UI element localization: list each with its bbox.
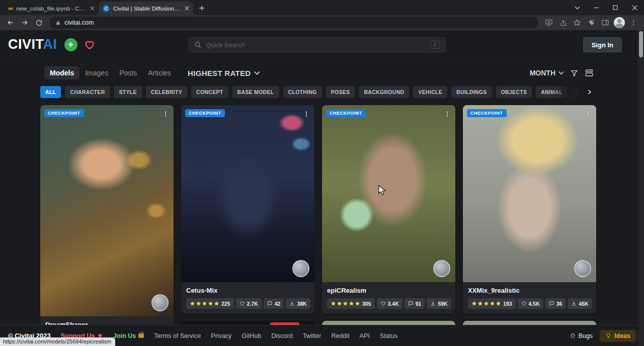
category-chip[interactable]: CELEBRITY [146, 86, 187, 98]
tab-title: Civitai | Stable Diffusion models, [113, 6, 181, 12]
card-menu-icon[interactable] [159, 108, 172, 120]
sign-in-button[interactable]: Sign In [583, 37, 622, 52]
download-icon [571, 301, 577, 306]
model-card-xxmix9realistic[interactable]: CHECKPOINT XXMix_9realistic 193 4.5K [463, 105, 596, 314]
browser-menu-icon[interactable] [627, 17, 640, 29]
grid-column: CHECKPOINT Cetus-Mix 225 2.7K [181, 105, 314, 346]
category-chip[interactable]: POSES [326, 86, 355, 98]
nav-right-controls: MONTH [530, 68, 594, 77]
category-chip[interactable]: OBJECTS [496, 86, 532, 98]
comments-count: 42 [275, 301, 281, 307]
footer-link-api[interactable]: API [360, 332, 370, 339]
bugs-label: Bugs [579, 332, 593, 339]
tab-images[interactable]: Images [79, 66, 114, 79]
tab-models[interactable]: Models [44, 66, 79, 79]
share-icon[interactable] [556, 17, 570, 29]
card-menu-icon[interactable] [582, 108, 594, 120]
civitai-favicon-icon: C [103, 5, 110, 12]
category-chip[interactable]: BUILDINGS [451, 86, 492, 98]
comments-pill: 42 [264, 298, 284, 309]
comments-count: 91 [416, 301, 422, 307]
model-card-cetus-mix[interactable]: CHECKPOINT Cetus-Mix 225 2.7K [181, 105, 314, 314]
category-chip[interactable]: BACKGROUND [359, 86, 409, 98]
ideas-button[interactable]: Ideas [600, 330, 636, 342]
category-chip[interactable]: VEHICLE [413, 86, 447, 98]
status-bar-url: https://civitai.com/models/25694/epicrea… [0, 337, 115, 346]
creator-avatar[interactable] [292, 260, 309, 277]
page-scrollbar [638, 30, 644, 346]
create-plus-button[interactable] [64, 38, 77, 51]
tab-articles[interactable]: Articles [142, 66, 177, 79]
card-menu-icon[interactable] [300, 108, 312, 120]
chips-scroll-right-icon[interactable] [586, 89, 593, 96]
heart-icon [239, 301, 245, 306]
card-menu-icon[interactable] [441, 108, 453, 120]
category-chip[interactable]: STYLE [114, 86, 142, 98]
model-title: Cetus-Mix [186, 287, 309, 294]
install-app-icon[interactable] [542, 17, 555, 29]
category-chip-all[interactable]: ALL [40, 86, 61, 98]
creator-avatar[interactable] [574, 260, 591, 277]
browser-tab-civitai[interactable]: C Civitai | Stable Diffusion models, [99, 2, 193, 15]
model-card-dreamshaper[interactable]: CHECKPOINT DreamShaper [40, 105, 174, 333]
join-us-link[interactable]: Join Us [113, 332, 144, 339]
chips-scroll-fade [549, 86, 595, 98]
logo-accent-text: AI [43, 37, 57, 52]
bookmark-star-icon[interactable] [571, 17, 584, 29]
footer-link-discord[interactable]: Discord [271, 332, 292, 339]
search-input[interactable] [206, 41, 426, 49]
content-nav-row: Models Images Posts Articles HIGHEST RAT… [44, 65, 594, 80]
new-tab-button[interactable] [195, 2, 208, 15]
layout-toggle-icon[interactable] [585, 68, 594, 77]
creator-avatar[interactable] [433, 260, 450, 277]
creator-avatar[interactable] [151, 294, 169, 311]
extensions-puzzle-icon[interactable] [585, 17, 598, 29]
civitai-logo[interactable]: CIVITAI [8, 37, 57, 52]
category-chip[interactable]: CLOTHING [283, 86, 322, 98]
downloads-pill: 38K [286, 298, 310, 309]
footer-link-privacy[interactable]: Privacy [211, 332, 231, 339]
comment-icon [549, 301, 554, 306]
footer-link-reddit[interactable]: Reddit [331, 332, 349, 339]
footer-link-terms[interactable]: Terms of Service [154, 332, 201, 339]
tab-close-icon[interactable] [185, 6, 189, 11]
downloads-pill: 59K [427, 298, 451, 309]
model-title: XXMix_9realistic [468, 287, 591, 294]
close-window-button[interactable] [625, 0, 644, 15]
footer-link-github[interactable]: GitHub [242, 332, 261, 339]
browser-profile-avatar[interactable] [614, 17, 625, 28]
url-bar[interactable]: civitai.com [49, 17, 538, 29]
category-chip[interactable]: CHARACTER [65, 86, 110, 98]
filter-funnel-icon[interactable] [570, 69, 579, 77]
downloads-count: 59K [438, 301, 447, 307]
forward-icon[interactable] [18, 17, 31, 29]
tab-search-icon[interactable] [568, 0, 587, 15]
footer-link-status[interactable]: Status [380, 332, 397, 339]
model-card-epicrealism[interactable]: CHECKPOINT epiCRealism 305 3.4K [322, 105, 455, 314]
model-image: CHECKPOINT [322, 105, 455, 282]
model-stats: 305 3.4K 91 59K [327, 298, 450, 309]
comments-pill: 91 [405, 298, 425, 309]
bugs-button[interactable]: Bugs [570, 332, 593, 339]
browser-tab-colab[interactable]: ∞ new_colab_file.ipynb - Colaborat [4, 2, 99, 15]
reload-icon[interactable] [32, 17, 45, 29]
back-icon[interactable] [4, 17, 17, 29]
comment-icon [267, 301, 273, 306]
side-panel-icon[interactable] [599, 17, 612, 29]
sort-label: HIGHEST RATED [188, 69, 251, 77]
support-heart-icon[interactable] [84, 39, 96, 50]
tab-close-icon[interactable] [90, 6, 95, 11]
footer-link-twitter[interactable]: Twitter [303, 332, 321, 339]
logo-text: CIVIT [8, 37, 43, 52]
period-dropdown[interactable]: MONTH [530, 69, 564, 77]
tab-posts[interactable]: Posts [114, 66, 142, 79]
scrollbar-thumb[interactable] [639, 31, 643, 57]
maximize-button[interactable] [606, 0, 625, 15]
sort-dropdown[interactable]: HIGHEST RATED [188, 69, 260, 77]
minimize-button[interactable] [587, 0, 606, 15]
search-bar[interactable]: / [189, 37, 445, 52]
search-shortcut-key: / [430, 41, 440, 49]
category-chip[interactable]: BASE MODEL [232, 86, 279, 98]
model-title: epiCRealism [327, 287, 450, 294]
category-chip[interactable]: CONCEPT [191, 86, 228, 98]
